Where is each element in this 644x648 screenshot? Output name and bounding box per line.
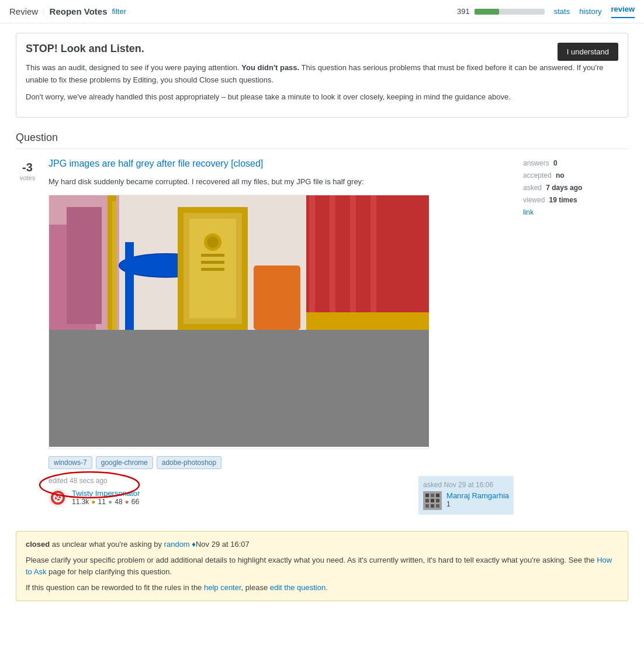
editor-badge-gold: ● bbox=[91, 498, 95, 506]
audit-box: STOP! Look and Listen. This was an audit… bbox=[16, 33, 628, 118]
closed-body2: If this question can be reworded to fit … bbox=[26, 582, 618, 594]
meta-viewed: viewed 19 times bbox=[523, 195, 628, 204]
asker-card: asked Nov 29 at 16:06 bbox=[418, 476, 514, 515]
svg-rect-19 bbox=[309, 195, 315, 330]
history-link[interactable]: history bbox=[579, 7, 601, 16]
svg-rect-25 bbox=[371, 195, 376, 330]
svg-rect-22 bbox=[338, 195, 347, 330]
accepted-value: no bbox=[556, 171, 565, 180]
progress-container: 391 bbox=[457, 7, 545, 16]
svg-rect-8 bbox=[125, 242, 134, 330]
asker-info: Manraj Ramgarhia 1 bbox=[423, 491, 509, 510]
vote-label: votes bbox=[20, 174, 35, 181]
svg-rect-21 bbox=[330, 195, 335, 330]
asker-avatar-icon bbox=[423, 491, 442, 510]
svg-rect-6 bbox=[112, 201, 117, 330]
accepted-label: accepted bbox=[523, 171, 552, 180]
help-center-link[interactable]: help center bbox=[204, 583, 241, 592]
closed-label: closed bbox=[26, 540, 50, 549]
svg-rect-23 bbox=[350, 195, 356, 330]
editor-badge-bronze-count: 66 bbox=[131, 498, 139, 506]
progress-bar-inner bbox=[475, 9, 499, 15]
review-tab[interactable]: review bbox=[611, 5, 635, 18]
user-row: edited 48 secs ago bbox=[49, 476, 514, 515]
svg-rect-36 bbox=[436, 494, 439, 497]
tag-adobephotoshop[interactable]: adobe-photoshop bbox=[157, 456, 221, 469]
audit-title: STOP! Look and Listen. bbox=[26, 43, 618, 55]
asked-timestamp: asked Nov 29 at 16:06 bbox=[423, 481, 509, 489]
svg-rect-17 bbox=[254, 266, 300, 330]
viewed-label: viewed bbox=[523, 196, 545, 204]
closed-body2-start: If this question can be reworded to fit … bbox=[26, 583, 204, 592]
question-content: JPG images are half grey after file reco… bbox=[49, 158, 514, 522]
header-separator: | bbox=[43, 7, 44, 16]
edit-question-link[interactable]: edit the question. bbox=[270, 583, 328, 592]
svg-rect-15 bbox=[201, 261, 224, 264]
closed-diamond: ♦ bbox=[192, 540, 196, 549]
review-link[interactable]: Review bbox=[9, 6, 38, 16]
svg-rect-20 bbox=[318, 195, 327, 330]
editor-badge-silver-count: 48 bbox=[115, 498, 122, 506]
editor-badges: 11.3k ● 11 ● 48 ● 66 bbox=[72, 498, 140, 506]
closed-body2-end: , please bbox=[241, 583, 270, 592]
closed-body1-end: page for help clarifying this question. bbox=[46, 567, 172, 576]
svg-rect-27 bbox=[306, 312, 429, 330]
svg-rect-40 bbox=[431, 499, 434, 502]
editor-avatar-icon bbox=[49, 488, 67, 507]
editor-badge-gold-count: 11 bbox=[98, 498, 106, 506]
stats-link[interactable]: stats bbox=[554, 7, 570, 16]
svg-rect-42 bbox=[436, 504, 439, 508]
editor-name-link[interactable]: Twisty Impersonator bbox=[72, 489, 140, 498]
main-content: STOP! Look and Listen. This was an audit… bbox=[6, 23, 638, 611]
filter-link[interactable]: filter bbox=[112, 7, 126, 16]
svg-rect-35 bbox=[425, 494, 429, 497]
question-text: My hard disk suddenly became corrupted. … bbox=[49, 176, 514, 188]
vote-column: -3 votes bbox=[16, 158, 39, 522]
section-heading: Question bbox=[16, 132, 628, 149]
answers-label: answers bbox=[523, 159, 549, 167]
asker-name-link[interactable]: Manraj Ramgarhia bbox=[446, 491, 509, 500]
question-image bbox=[49, 195, 429, 447]
audit-text-bold: You didn't pass. bbox=[241, 63, 299, 72]
header-right: 391 stats history review bbox=[457, 5, 635, 18]
meta-link: link bbox=[523, 208, 628, 216]
meta-asked: asked 7 days ago bbox=[523, 183, 628, 192]
answers-value: 0 bbox=[553, 159, 558, 167]
closed-by-user[interactable]: random ♦ bbox=[164, 540, 196, 549]
asker-avatar bbox=[423, 491, 442, 510]
svg-rect-24 bbox=[359, 195, 368, 330]
tag-googlechrome[interactable]: google-chrome bbox=[96, 456, 153, 469]
question-permalink[interactable]: link bbox=[523, 208, 534, 216]
svg-rect-4 bbox=[67, 207, 102, 324]
question-title-link[interactable]: JPG images are half grey after file reco… bbox=[49, 158, 514, 169]
closed-body1: Please clarify your specific problem or … bbox=[26, 554, 618, 577]
svg-rect-28 bbox=[49, 330, 429, 447]
tag-windows7[interactable]: windows-7 bbox=[49, 456, 92, 469]
asker-rep: 1 bbox=[446, 500, 509, 508]
question-image-container bbox=[49, 195, 428, 449]
editor-card: edited 48 secs ago bbox=[49, 476, 140, 507]
svg-rect-38 bbox=[425, 499, 429, 502]
meta-accepted: accepted no bbox=[523, 171, 628, 180]
meta-sidebar: answers 0 accepted no asked 7 days ago v… bbox=[523, 158, 628, 522]
question-area: -3 votes JPG images are half grey after … bbox=[16, 158, 628, 522]
svg-rect-43 bbox=[431, 504, 434, 508]
header-title: Reopen Votes bbox=[50, 6, 108, 16]
editor-info: Twisty Impersonator 11.3k ● 11 ● 48 ● 66 bbox=[72, 489, 140, 506]
tags-container: windows-7 google-chrome adobe-photoshop bbox=[49, 456, 514, 469]
svg-rect-26 bbox=[379, 195, 429, 330]
asked-value: 7 days ago bbox=[546, 184, 582, 192]
closed-notice: closed as unclear what you're asking by … bbox=[16, 531, 628, 601]
audit-paragraph1: This was an audit, designed to see if yo… bbox=[26, 62, 618, 87]
closed-date: Nov 29 at 16:07 bbox=[196, 540, 250, 549]
understand-button[interactable]: I understand bbox=[558, 43, 618, 61]
editor-badge-bronze: ● bbox=[125, 498, 129, 506]
editor-avatar bbox=[49, 488, 67, 507]
svg-rect-37 bbox=[431, 494, 434, 497]
progress-number: 391 bbox=[457, 7, 470, 16]
asker-details: Manraj Ramgarhia 1 bbox=[446, 491, 509, 508]
svg-rect-16 bbox=[201, 268, 224, 271]
viewed-value: 19 times bbox=[549, 196, 577, 204]
svg-rect-39 bbox=[436, 499, 439, 502]
editor-badge-silver: ● bbox=[108, 498, 112, 506]
